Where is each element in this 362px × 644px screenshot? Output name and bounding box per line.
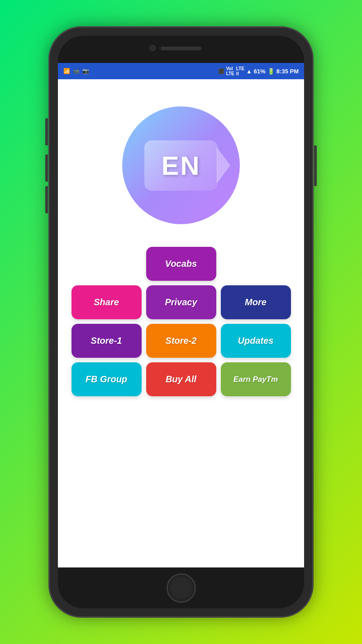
logo-badge: EN [144,140,218,191]
volte-label: VoILTE [226,66,234,76]
earnpaytm-button[interactable]: Earn PayTm [221,362,291,396]
buyall-button[interactable]: Buy All [146,362,216,396]
fbgroup-button[interactable]: FB Group [71,362,142,396]
speaker [161,47,201,50]
logo-arrow [217,147,230,183]
button-row-2: Store-1 Store-2 Updates [71,324,291,358]
battery-icon: 🔋 [267,68,275,75]
vocabs-button[interactable]: Vocabs [146,247,216,281]
status-bar: 📶 📹 📷 ⬛ VoILTE LTEit ▲ 61% 🔋 8:35 PM [58,63,304,79]
store1-button[interactable]: Store-1 [71,324,142,358]
phone-screen: 📶 📹 📷 ⬛ VoILTE LTEit ▲ 61% 🔋 8:35 PM [58,36,304,608]
buttons-grid: Vocabs Share Privacy More Store-1 Store-… [67,247,295,396]
app-content: EN Vocabs Share Privacy More [58,79,304,567]
lte-label: LTEit [236,66,244,76]
button-row-1: Share Privacy More [71,285,291,319]
share-button[interactable]: Share [71,285,142,319]
wifi-icon: 📶 [63,68,70,74]
app-logo-container: EN [122,106,240,224]
phone-bottom-area [58,567,304,608]
store2-button[interactable]: Store-2 [146,324,216,358]
phone-frame: 📶 📹 📷 ⬛ VoILTE LTEit ▲ 61% 🔋 8:35 PM [50,28,312,616]
signal-icon: ▲ [246,68,252,75]
button-row-3: FB Group Buy All Earn PayTm [71,362,291,396]
privacy-button[interactable]: Privacy [146,285,216,319]
more-button[interactable]: More [221,285,291,319]
button-row-0: Vocabs [146,247,216,281]
time-display: 8:35 PM [276,68,299,75]
camera [149,45,156,51]
status-right: ⬛ VoILTE LTEit ▲ 61% 🔋 8:35 PM [218,66,299,76]
home-button[interactable] [167,573,196,603]
camera-icon: 📷 [82,68,89,74]
status-left: 📶 📹 📷 [63,68,89,74]
phone-top-area [58,36,304,63]
cast-icon: ⬛ [218,68,224,74]
battery-percent: 61% [254,68,266,75]
video-icon: 📹 [73,68,80,74]
updates-button[interactable]: Updates [221,324,291,358]
logo-text: EN [162,150,201,181]
